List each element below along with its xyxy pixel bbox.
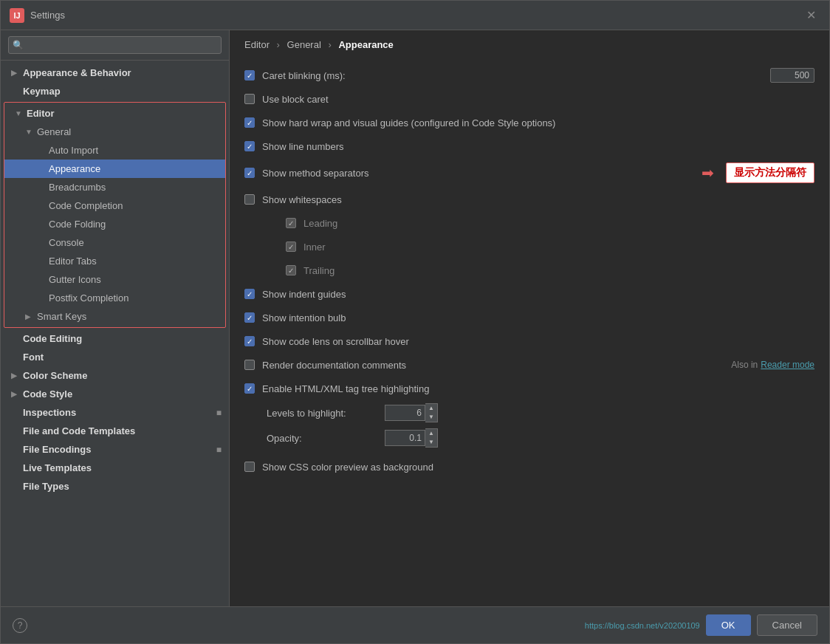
sidebar-item-auto-import[interactable]: Auto Import: [4, 141, 225, 160]
sidebar-item-breadcrumbs[interactable]: Breadcrumbs: [4, 178, 225, 196]
sidebar-item-appearance-behavior[interactable]: ▶ Appearance & Behavior: [1, 64, 229, 82]
chevron-icon: ▶: [11, 390, 20, 398]
chevron-icon: ▶: [11, 69, 20, 77]
html-xml-highlight-checkbox[interactable]: ✓: [244, 383, 255, 394]
levels-spin-down[interactable]: ▼: [425, 413, 437, 422]
cancel-button[interactable]: Cancel: [757, 614, 817, 636]
search-bar: 🔍: [1, 30, 229, 61]
sidebar-item-color-scheme[interactable]: ▶ Color Scheme: [1, 366, 229, 385]
sidebar-item-gutter-icons[interactable]: Gutter Icons: [4, 270, 225, 289]
main-content: 🔍 ▶ Appearance & Behavior Keymap: [1, 30, 829, 606]
sidebar-item-label: Keymap: [23, 86, 61, 97]
sidebar-item-live-templates[interactable]: Live Templates: [1, 459, 229, 477]
css-preview-label: Show CSS color preview as background: [262, 462, 814, 473]
sidebar-item-label: Appearance: [49, 163, 100, 174]
sidebar-item-label: Code Editing: [23, 333, 82, 344]
breadcrumb-sep1: ›: [277, 39, 280, 50]
sidebar-item-editor[interactable]: ▼ Editor: [4, 104, 225, 123]
annotation-box: 显示方法分隔符: [726, 162, 814, 183]
sidebar-item-postfix-completion[interactable]: Postfix Completion: [4, 289, 225, 307]
inner-label: Inner: [303, 242, 814, 253]
sidebar-item-label: Color Scheme: [23, 370, 87, 381]
sidebar-item-file-code-templates[interactable]: File and Code Templates: [1, 422, 229, 440]
sidebar-item-editor-tabs[interactable]: Editor Tabs: [4, 252, 225, 270]
sidebar-item-inspections[interactable]: Inspections ■: [1, 403, 229, 422]
method-separators-checkbox[interactable]: ✓: [244, 168, 255, 178]
render-docs-checkbox[interactable]: [244, 360, 255, 370]
trailing-checkbox[interactable]: ✓: [286, 265, 296, 275]
code-lens-checkbox[interactable]: ✓: [244, 336, 255, 346]
close-button[interactable]: ✕: [802, 7, 820, 24]
sidebar-item-keymap[interactable]: Keymap: [1, 82, 229, 100]
intention-bulb-checkbox[interactable]: ✓: [244, 312, 255, 323]
sidebar-item-label: File Types: [23, 481, 69, 492]
levels-spinner: ▲ ▼: [385, 403, 438, 422]
opacity-input[interactable]: [385, 430, 425, 446]
css-preview-row: Show CSS color preview as background: [244, 455, 814, 479]
opacity-spin-down[interactable]: ▼: [425, 438, 437, 447]
css-preview-checkbox[interactable]: [244, 462, 255, 472]
line-numbers-label: Show line numbers: [262, 141, 814, 152]
breadcrumb-editor: Editor: [244, 39, 270, 50]
sidebar-item-code-completion[interactable]: Code Completion: [4, 196, 225, 215]
search-wrap: 🔍: [8, 36, 222, 54]
opacity-row: Opacity: ▲ ▼: [244, 425, 814, 451]
method-separators-label: Show method separators: [262, 168, 694, 179]
caret-blinking-checkbox[interactable]: ✓: [244, 70, 255, 80]
sidebar-item-label: Breadcrumbs: [49, 182, 106, 193]
sidebar-item-font[interactable]: Font: [1, 348, 229, 366]
settings-window: IJ Settings ✕ 🔍 ▶ Appearance & Behavior: [0, 0, 830, 644]
sidebar-item-file-encodings[interactable]: File Encodings ■: [1, 440, 229, 459]
leading-checkbox[interactable]: ✓: [286, 218, 296, 228]
file-encodings-badge: ■: [216, 445, 222, 455]
line-numbers-checkbox[interactable]: ✓: [244, 141, 255, 151]
block-caret-label: Use block caret: [262, 94, 814, 105]
sidebar-item-label: Code Style: [23, 388, 72, 400]
html-xml-highlight-row: ✓ Enable HTML/XML tag tree highlighting: [244, 377, 814, 400]
sidebar-item-console[interactable]: Console: [4, 233, 225, 252]
levels-input[interactable]: [385, 405, 425, 421]
reader-mode-link[interactable]: Reader mode: [761, 360, 814, 370]
code-lens-label: Show code lens on scrollbar hover: [262, 336, 814, 347]
whitespaces-row: Show whitespaces: [244, 188, 814, 211]
sidebar-item-label: Appearance & Behavior: [23, 67, 131, 78]
opacity-spin-buttons: ▲ ▼: [425, 428, 438, 448]
trailing-row: ✓ Trailing: [244, 258, 814, 282]
sidebar-item-label: Editor: [27, 108, 55, 119]
sidebar: 🔍 ▶ Appearance & Behavior Keymap: [1, 30, 230, 606]
bottom-bar: ? https://blog.csdn.net/v20200109 OK Can…: [1, 606, 829, 643]
caret-blinking-input[interactable]: [770, 68, 814, 83]
opacity-spin-up[interactable]: ▲: [425, 429, 437, 438]
block-caret-checkbox[interactable]: [244, 94, 255, 104]
sidebar-item-label: Live Templates: [23, 462, 92, 473]
levels-spin-up[interactable]: ▲: [425, 404, 437, 413]
chevron-icon: ▼: [25, 128, 34, 136]
leading-label: Leading: [303, 218, 814, 229]
hard-wrap-checkbox[interactable]: ✓: [244, 117, 255, 128]
levels-highlight-row: Levels to highlight: ▲ ▼: [244, 400, 814, 425]
levels-spin-buttons: ▲ ▼: [425, 403, 438, 422]
sidebar-item-appearance[interactable]: Appearance: [4, 160, 225, 178]
inner-checkbox[interactable]: ✓: [286, 242, 296, 252]
sidebar-item-code-folding[interactable]: Code Folding: [4, 215, 225, 233]
sidebar-item-code-editing[interactable]: Code Editing: [1, 329, 229, 348]
search-input[interactable]: [8, 36, 222, 54]
indent-guides-checkbox[interactable]: ✓: [244, 289, 255, 299]
intention-bulb-row: ✓ Show intention bulb: [244, 306, 814, 329]
chevron-icon: ▼: [15, 109, 24, 117]
inner-row: ✓ Inner: [244, 235, 814, 258]
sidebar-item-label: Auto Import: [49, 145, 98, 156]
whitespaces-checkbox[interactable]: [244, 194, 255, 205]
sidebar-item-label: Code Completion: [49, 200, 123, 211]
sidebar-item-smart-keys[interactable]: ▶ Smart Keys: [4, 307, 225, 326]
ok-button[interactable]: OK: [706, 614, 751, 636]
hard-wrap-row: ✓ Show hard wrap and visual guides (conf…: [244, 111, 814, 134]
sidebar-item-code-style[interactable]: ▶ Code Style: [1, 385, 229, 403]
sidebar-item-general[interactable]: ▼ General: [4, 123, 225, 141]
sidebar-item-file-types[interactable]: File Types: [1, 477, 229, 496]
render-docs-row: Render documentation comments Also in Re…: [244, 353, 814, 377]
sidebar-item-label: Editor Tabs: [49, 256, 97, 267]
help-button[interactable]: ?: [13, 618, 27, 633]
caret-blinking-row: ✓ Caret blinking (ms):: [244, 64, 814, 87]
levels-highlight-label: Levels to highlight:: [267, 408, 385, 419]
